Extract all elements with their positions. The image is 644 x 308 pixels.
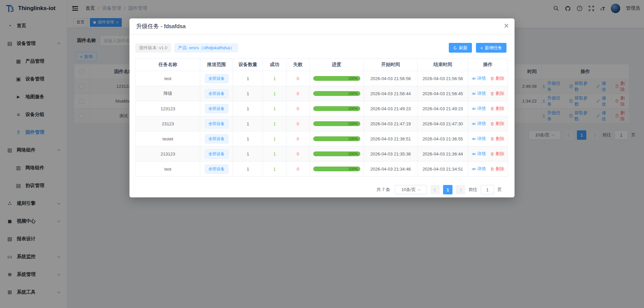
detail-link[interactable]: 详情	[472, 151, 486, 157]
task-name-cell: 降级	[136, 86, 200, 101]
column-header: 设备数量	[233, 59, 263, 71]
task-row: test 全部设备 1 1 0 100% 2026-04-03 21:56:56…	[136, 71, 507, 86]
detail-link[interactable]: 详情	[472, 106, 486, 112]
chevron-down-icon	[418, 188, 421, 190]
app-root: Thinglinks-iot ◔ 首页 ▤ 设备管理 ▦ 产品管理 ▣ 设备管理…	[0, 0, 644, 308]
end-time-cell: 2026-04-03 21:56:45	[418, 86, 468, 101]
upgrade-task-modal: 升级任务 - fdsafdsa ✕ 固件版本: v1.0 产品: ersrs（s…	[129, 18, 515, 197]
progress-bar: 100%	[313, 76, 360, 81]
delete-link[interactable]: 删除	[490, 90, 504, 97]
fail-count-cell: 0	[286, 116, 310, 131]
modal-title: 升级任务 - fdsafdsa	[136, 22, 185, 30]
task-name-cell: 23123	[136, 116, 200, 131]
push-scope-cell: 全部设备	[200, 71, 233, 86]
progress-bar: 100%	[313, 136, 360, 141]
column-header: 推送范围	[200, 59, 233, 71]
row-actions-cell: 详情 删除	[468, 101, 507, 116]
detail-link[interactable]: 详情	[472, 166, 486, 172]
start-time-cell: 2026-04-03 21:56:56	[364, 71, 418, 86]
column-header: 失败	[286, 59, 310, 71]
detail-link[interactable]: 详情	[472, 75, 486, 81]
task-table-header: 任务名称推送范围设备数量成功失败进度开始时间结束时间操作	[136, 59, 507, 71]
delete-link[interactable]: 删除	[490, 121, 504, 127]
delete-link[interactable]: 删除	[490, 106, 504, 112]
close-icon[interactable]: ✕	[503, 22, 509, 29]
modal-toolbar: 固件版本: v1.0 产品: ersrs（sfhdjskafhdsa） 刷新 +…	[136, 43, 508, 53]
progress-cell: 100%	[310, 146, 364, 161]
start-time-cell: 2026-04-03 21:35:36	[364, 146, 418, 161]
prev-page-button[interactable]	[430, 185, 440, 194]
delete-link[interactable]: 删除	[490, 166, 504, 172]
progress-cell: 100%	[310, 86, 364, 101]
fail-count-cell: 0	[286, 86, 310, 101]
delete-link[interactable]: 删除	[490, 75, 504, 81]
success-count-cell: 1	[263, 71, 286, 86]
detail-link[interactable]: 详情	[472, 136, 486, 142]
column-header: 进度	[310, 59, 364, 71]
progress-bar: 100%	[313, 151, 360, 156]
push-scope-cell: 全部设备	[200, 146, 233, 161]
row-actions-cell: 详情 删除	[468, 86, 507, 101]
column-header: 操作	[468, 59, 507, 71]
start-time-cell: 2026-04-03 21:36:51	[364, 131, 418, 146]
push-scope-cell: 全部设备	[200, 131, 233, 146]
task-name-cell: test	[136, 71, 200, 86]
task-row: 213123 全部设备 1 1 0 100% 2026-04-03 21:35:…	[136, 146, 507, 161]
success-count-cell: 1	[263, 86, 286, 101]
fail-count-cell: 0	[286, 131, 310, 146]
success-count-cell: 1	[263, 131, 286, 146]
progress-bar: 100%	[313, 121, 360, 126]
start-time-cell: 2026-04-03 21:49:23	[364, 101, 418, 116]
end-time-cell: 2026-04-03 21:47:30	[418, 116, 468, 131]
trash-icon	[490, 152, 494, 156]
task-table-body: test 全部设备 1 1 0 100% 2026-04-03 21:56:56…	[136, 71, 507, 176]
scope-tag: 全部设备	[205, 89, 228, 98]
detail-link[interactable]: 详情	[472, 90, 486, 97]
trash-icon	[490, 91, 494, 96]
new-task-button[interactable]: + 新增任务	[476, 43, 506, 53]
scope-tag: 全部设备	[205, 119, 228, 128]
page-size-select[interactable]: 10条/页	[395, 185, 427, 194]
detail-link[interactable]: 详情	[472, 121, 486, 127]
scope-tag: 全部设备	[205, 165, 228, 174]
eye-icon	[472, 152, 476, 156]
delete-link[interactable]: 删除	[490, 151, 504, 157]
task-name-cell: testet	[136, 131, 200, 146]
device-count-cell: 1	[233, 71, 263, 86]
modal-buttons: 刷新 + 新增任务	[449, 43, 506, 53]
firmware-version-tag: 固件版本: v1.0	[136, 44, 171, 52]
refresh-button[interactable]: 刷新	[449, 43, 472, 53]
delete-link[interactable]: 删除	[490, 136, 504, 142]
task-row: 降级 全部设备 1 1 0 100% 2026-04-03 21:56:44 2…	[136, 86, 507, 101]
task-table: 任务名称推送范围设备数量成功失败进度开始时间结束时间操作 test 全部设备 1…	[136, 58, 508, 177]
scope-tag: 全部设备	[205, 74, 228, 83]
push-scope-cell: 全部设备	[200, 116, 233, 131]
goto-page-input[interactable]	[481, 185, 494, 194]
success-count-cell: 1	[263, 101, 286, 116]
trash-icon	[490, 137, 494, 141]
column-header: 结束时间	[418, 59, 468, 71]
push-scope-cell: 全部设备	[200, 101, 233, 116]
progress-bar: 100%	[313, 106, 360, 111]
fail-count-cell: 0	[286, 162, 310, 176]
trash-icon	[490, 107, 494, 111]
end-time-cell: 2026-04-03 21:36:44	[418, 146, 468, 161]
modal-body: 固件版本: v1.0 产品: ersrs（sfhdjskafhdsa） 刷新 +…	[129, 35, 515, 194]
device-count-cell: 1	[233, 86, 263, 101]
end-time-cell: 2026-04-03 21:56:56	[418, 71, 468, 86]
column-header: 任务名称	[136, 59, 200, 71]
eye-icon	[472, 137, 476, 141]
row-actions-cell: 详情 删除	[468, 116, 507, 131]
task-name-cell: 213123	[136, 146, 200, 161]
fail-count-cell: 0	[286, 146, 310, 161]
next-page-button[interactable]	[456, 185, 465, 194]
progress-cell: 100%	[310, 116, 364, 131]
progress-cell: 100%	[310, 71, 364, 86]
current-page-button[interactable]: 1	[443, 185, 452, 194]
task-row: testet 全部设备 1 1 0 100% 2026-04-03 21:36:…	[136, 131, 507, 146]
end-time-cell: 2026-04-03 21:34:51	[418, 162, 468, 176]
task-row: test 全部设备 1 1 0 100% 2026-04-03 21:34:46…	[136, 161, 507, 176]
success-count-cell: 1	[263, 162, 286, 176]
push-scope-cell: 全部设备	[200, 162, 233, 176]
progress-bar: 100%	[313, 167, 360, 171]
